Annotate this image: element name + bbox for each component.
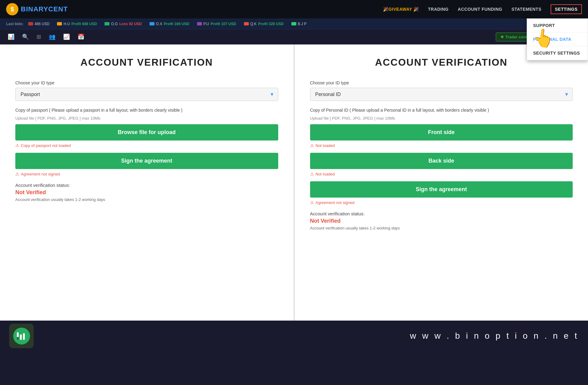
- right-front-error-text: Not loaded: [316, 143, 335, 148]
- ticker-user-4: O.X: [156, 22, 162, 26]
- ticker-label: Last bids:: [6, 22, 24, 26]
- ticker-item-3: O.G Loss 92 USD: [104, 22, 142, 26]
- right-panel: ACCOUNT VERIFICATION Choose your ID type…: [295, 44, 588, 321]
- logo-text-part2: CENT: [48, 5, 68, 13]
- ticker-item-6: Q.K Profit 328 USD: [244, 22, 284, 26]
- ticker-profit-5: Profit 107 USD: [211, 22, 236, 26]
- left-panel: ACCOUNT VERIFICATION Choose your ID type…: [0, 44, 295, 321]
- bar-chart-icon[interactable]: 📈: [62, 32, 71, 42]
- giveaway-link[interactable]: 🎉GIVEAWAY 🎉: [383, 7, 419, 12]
- ticker-item-5: P.U Profit 107 USD: [197, 22, 236, 26]
- bottom-logo: [9, 324, 34, 348]
- left-status-section: Account verification status: Not Verifie…: [15, 183, 278, 202]
- dropdown-security-settings[interactable]: SECURITY SETTINGS: [527, 46, 588, 60]
- calendar-icon[interactable]: 📅: [76, 32, 86, 42]
- main-content: ACCOUNT VERIFICATION Choose your ID type…: [0, 44, 588, 321]
- ticker-item-4: O.X Profit 169 USD: [150, 22, 189, 26]
- ticker-user-6: Q.K: [250, 22, 257, 26]
- flag-7: [291, 22, 296, 25]
- ticker-items: 486 USD H.U Profit 688 USD O.G Loss 92 U…: [28, 22, 582, 26]
- bottom-bar: w w w . b i n o p t i o n . n e t: [0, 321, 588, 351]
- right-sign-agreement-button[interactable]: Sign the agreement: [310, 181, 573, 198]
- flag-4: [150, 22, 154, 25]
- left-description: Copy of passport ( Please upload a passp…: [15, 107, 278, 114]
- left-panel-title: ACCOUNT VERIFICATION: [15, 57, 278, 68]
- right-front-error: ⚠ Not loaded: [310, 143, 573, 148]
- logo-text: BINARYCENT: [21, 5, 68, 13]
- logo[interactable]: $ BINARYCENT: [6, 3, 68, 15]
- left-id-type-wrapper: Passport Personal ID Driver License ▼: [15, 88, 278, 101]
- ticker-item-2: H.U Profit 688 USD: [57, 22, 97, 26]
- flag-2: [57, 22, 62, 25]
- binoption-logo-svg: [13, 328, 30, 345]
- grid-icon[interactable]: ⊞: [35, 32, 43, 42]
- right-id-type-select[interactable]: Passport Personal ID Driver License: [310, 88, 573, 101]
- search-icon[interactable]: 🔍: [21, 32, 30, 42]
- flag-3: [104, 22, 109, 25]
- left-agreement-error: ⚠ Agreement not signed: [15, 171, 278, 176]
- dropdown-personal-data[interactable]: PERSONAL DATA: [527, 33, 588, 46]
- ticker-user-1: 486 USD: [35, 22, 50, 26]
- right-status-section: Account verification status: Not Verifie…: [310, 211, 573, 230]
- ticker-item-7: B.J P: [291, 22, 307, 26]
- toolbar: 📊 🔍 ⊞ 👥 📈 📅 Trader contest Copy trading: [0, 29, 588, 44]
- ticker-profit-4: Profit 169 USD: [164, 22, 189, 26]
- ticker-item-1: 486 USD: [28, 22, 50, 26]
- browse-file-button[interactable]: Browse file for upload: [15, 124, 278, 141]
- ticker-profit-6: Profit 328 USD: [258, 22, 283, 26]
- ticker-user-3: O.G: [111, 22, 118, 26]
- left-sign-agreement-button[interactable]: Sign the agreement: [15, 153, 278, 169]
- left-id-type-label: Choose your ID type: [15, 80, 278, 85]
- left-id-type-select[interactable]: Passport Personal ID Driver License: [15, 88, 278, 101]
- flag-6: [244, 22, 249, 25]
- logo-coin: $: [6, 3, 18, 15]
- dropdown-support[interactable]: SUPPORT: [527, 19, 588, 33]
- right-not-verified: Not Verified: [310, 218, 573, 224]
- left-upload-note: Upload file [ PDF, PNG, JPG, JPEG ] max …: [15, 116, 278, 121]
- front-side-button[interactable]: Front side: [310, 124, 573, 141]
- right-agreement-error: ⚠ Agreement not signed: [310, 200, 573, 205]
- right-description: Copy of Personal ID ( Please upload a Pe…: [310, 107, 573, 114]
- right-back-error: ⚠ Not loaded: [310, 171, 573, 176]
- logo-text-part1: BINARY: [21, 5, 48, 13]
- right-id-type-label: Choose your ID type: [310, 80, 573, 85]
- right-upload-note: Upload file [ PDF, PNG, JPG, JPEG ] max …: [310, 116, 573, 121]
- people-icon[interactable]: 👥: [47, 32, 57, 42]
- left-not-verified: Not Verified: [15, 189, 278, 196]
- statements-link[interactable]: STATEMENTS: [511, 7, 541, 12]
- svg-rect-4: [23, 333, 25, 340]
- left-status-label: Account verification status:: [15, 183, 278, 188]
- settings-link[interactable]: SETTINGS: [551, 4, 582, 14]
- settings-dropdown: SUPPORT PERSONAL DATA SECURITY SETTINGS: [527, 18, 588, 60]
- svg-rect-3: [20, 334, 22, 340]
- back-side-button[interactable]: Back side: [310, 153, 573, 169]
- error-icon-5: ⚠: [310, 200, 314, 205]
- ticker-user-7: B.J P: [298, 22, 307, 26]
- left-passport-error-text: Copy of passport not loaded: [21, 143, 71, 148]
- navbar: $ BINARYCENT 🎉GIVEAWAY 🎉 TRADING ACCOUNT…: [0, 0, 588, 18]
- ticker-user-2: H.U: [63, 22, 70, 26]
- chart-icon[interactable]: 📊: [6, 32, 16, 42]
- left-status-note: Account verification usually takes 1-2 w…: [15, 197, 278, 202]
- error-icon-3: ⚠: [310, 143, 314, 148]
- trader-dot: [501, 36, 503, 38]
- flag-1: [28, 22, 33, 25]
- left-passport-error: ⚠ Copy of passport not loaded: [15, 143, 278, 148]
- right-status-note: Account verification usually takes 1-2 w…: [310, 226, 573, 230]
- binoption-url: w w w . b i n o p t i o n . n e t: [410, 331, 579, 341]
- nav-links: 🎉GIVEAWAY 🎉 TRADING ACCOUNT FUNDING STAT…: [383, 4, 582, 14]
- account-funding-link[interactable]: ACCOUNT FUNDING: [458, 7, 502, 12]
- left-agreement-error-text: Agreement not signed: [21, 172, 60, 176]
- flag-5: [197, 22, 202, 25]
- ticker-user-5: P.U: [203, 22, 209, 26]
- ticker-profit-2: Profit 688 USD: [71, 22, 97, 26]
- right-status-label: Account verification status:: [310, 211, 573, 216]
- trading-link[interactable]: TRADING: [428, 7, 449, 12]
- right-id-type-wrapper: Passport Personal ID Driver License ▼: [310, 88, 573, 101]
- ticker-bar: Last bids: 486 USD H.U Profit 688 USD O.…: [0, 18, 588, 29]
- error-icon-2: ⚠: [15, 171, 19, 176]
- error-icon-4: ⚠: [310, 171, 314, 176]
- svg-rect-2: [17, 337, 19, 340]
- error-icon-1: ⚠: [15, 143, 19, 148]
- right-back-error-text: Not loaded: [316, 172, 335, 176]
